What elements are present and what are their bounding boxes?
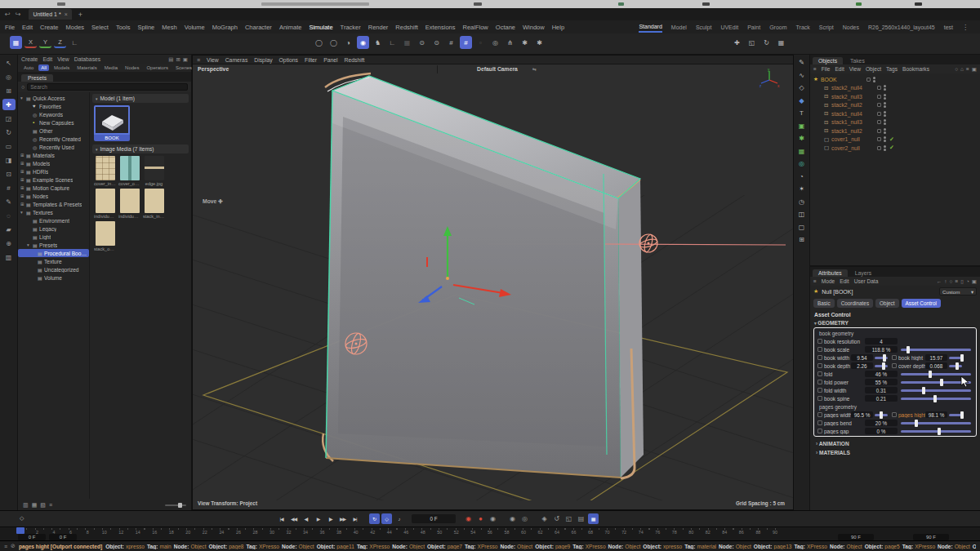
playback-button[interactable]: ◀◀ [288, 513, 299, 524]
menu-item[interactable]: Extensions [425, 24, 456, 31]
viewport[interactable]: ≡ ViewCamerasDisplayOptionsFilterPanelRe… [192, 55, 794, 510]
asset-filter-chip[interactable]: All [38, 64, 49, 71]
range-end-field[interactable]: 90 F [838, 534, 874, 540]
tool-icon[interactable]: ↻ [2, 127, 16, 138]
visibility-dots[interactable] [884, 145, 886, 151]
menu-item[interactable]: MoGraph [212, 24, 238, 31]
ruler-tick[interactable]: 34 [303, 530, 308, 535]
object-toggle[interactable] [866, 78, 871, 82]
expander-icon[interactable]: ⊞ [20, 169, 26, 174]
toolbar-icon[interactable]: ∟ [69, 36, 81, 49]
param-key-icon[interactable] [817, 396, 822, 401]
menu-item[interactable]: Render [368, 24, 389, 31]
attributes-toolbar-icon[interactable]: ≡ [956, 278, 959, 285]
tool-icon[interactable]: ↖ [2, 57, 16, 69]
layout-tab[interactable]: UVEdit [720, 23, 738, 32]
create-object-icon[interactable]: ∿ [795, 70, 808, 81]
visibility-dots[interactable] [884, 111, 886, 117]
layout-tab[interactable]: Groom [769, 23, 786, 32]
menu-item[interactable]: RealFlow [463, 24, 488, 31]
object-name[interactable]: stack1_null2 [831, 128, 874, 134]
toolbar-icon[interactable]: Z [54, 37, 66, 48]
menu-item[interactable]: Edit [22, 24, 33, 31]
toolbar-icon[interactable]: ◑ [342, 36, 354, 49]
asset-tree-item[interactable]: Recently Used [18, 143, 89, 151]
toolbar-icon[interactable]: X [24, 37, 37, 48]
param-value-field[interactable]: 46 % [865, 371, 898, 377]
asset-tree-item[interactable]: Legacy [18, 224, 89, 233]
ruler-tick[interactable]: 46 [403, 530, 408, 535]
ruler-tick[interactable]: 74 [639, 530, 644, 535]
ruler-tick[interactable]: 18 [169, 530, 174, 535]
object-name[interactable]: stack1_null3 [831, 119, 874, 125]
param-key-icon[interactable] [892, 412, 897, 417]
media-thumbnail[interactable]: cover_outsi... [118, 156, 140, 186]
asset-tree-item[interactable]: Procedural Book v1.05 [18, 249, 89, 257]
param-key-icon[interactable] [817, 380, 822, 384]
record-button[interactable]: ▦ [588, 513, 599, 524]
param-slider[interactable] [949, 414, 962, 416]
record-button[interactable]: ◉ [463, 513, 474, 524]
playback-toggle[interactable]: ↻ [369, 513, 380, 524]
param-slider[interactable] [949, 357, 962, 359]
playback-toggle[interactable]: ◇ [381, 513, 392, 524]
toolbar-icon[interactable]: ⊙ [430, 36, 443, 49]
menu-item[interactable]: Redshift [395, 24, 418, 31]
tool-icon[interactable]: ▰ [2, 224, 16, 235]
geometry-group-header[interactable]: GEOMETRY [810, 318, 980, 327]
view-detail-icon[interactable]: ▧ [40, 502, 46, 509]
attribute-mode-tab[interactable]: Object [875, 299, 898, 308]
ruler-tick[interactable]: 48 [421, 530, 425, 535]
playback-toggle[interactable]: ♪ [394, 513, 404, 524]
ruler-tick[interactable]: 44 [387, 530, 392, 535]
view-label[interactable]: Perspective [198, 66, 229, 72]
tool-icon[interactable]: ⊞ [2, 85, 16, 96]
object-tree-row[interactable]: cover2_null ✓ [810, 144, 980, 153]
create-object-icon[interactable]: ▣ [795, 121, 808, 131]
tool-icon[interactable]: ◎ [2, 71, 16, 82]
asset-tree-item[interactable]: Texture [18, 257, 89, 265]
ruler-tick[interactable]: 82 [706, 530, 710, 535]
object-toggle[interactable] [877, 86, 881, 90]
expander-icon[interactable]: ⊞ [20, 161, 26, 166]
visibility-dots[interactable] [873, 77, 875, 82]
object-toggle[interactable] [877, 137, 881, 141]
viewport-control-icon[interactable]: ↻ [760, 36, 773, 49]
media-thumbnail[interactable]: stack_outsi... [94, 221, 116, 251]
objects-toolbar-icon[interactable]: ○ [955, 66, 958, 73]
tool-icon[interactable]: ⊡ [2, 168, 16, 180]
object-toggle[interactable] [877, 112, 881, 116]
create-object-icon[interactable]: ▦ [795, 146, 808, 157]
toolbar-icon[interactable]: ◎ [489, 36, 501, 49]
asset-tree-item[interactable]: Favorites [18, 102, 89, 110]
tool-icon[interactable]: ⊕ [2, 238, 16, 249]
object-name[interactable]: stack2_null3 [831, 94, 874, 100]
create-object-icon[interactable]: ▢ [795, 222, 808, 233]
object-name[interactable]: stack2_null2 [831, 102, 874, 108]
param-slider[interactable] [901, 430, 971, 433]
enabled-check-icon[interactable]: ✓ [889, 136, 894, 143]
ruler-tick[interactable]: 30 [270, 530, 274, 535]
ruler-tick[interactable]: 56 [488, 530, 492, 535]
expander-icon[interactable]: ⊞ [20, 153, 26, 158]
object-toggle[interactable] [877, 103, 881, 107]
record-button[interactable]: ◉ [488, 513, 498, 524]
ruler-tick[interactable]: 76 [655, 530, 660, 535]
menu-item[interactable]: Spline [137, 24, 154, 31]
menu-item[interactable]: Tools [116, 24, 131, 31]
layout-tab[interactable]: Model [671, 23, 687, 32]
expander-icon[interactable]: ▾ [20, 210, 26, 215]
param-key-icon[interactable] [817, 420, 822, 425]
param-value-field[interactable]: 96.5 % [851, 411, 873, 418]
media-thumbnail[interactable]: stack_insid... [143, 189, 165, 219]
toolbar-icon[interactable]: ⋔ [504, 36, 516, 49]
viewport-menu-item[interactable]: Display [254, 57, 272, 63]
object-name[interactable]: stack2_null4 [831, 85, 874, 91]
ruler-tick[interactable]: 38 [336, 530, 341, 535]
attributes-menu-icon[interactable]: ≡ [813, 278, 817, 284]
asset-filter-chip[interactable]: Auto [21, 64, 36, 71]
param-slider[interactable] [949, 365, 962, 367]
param-key-icon[interactable] [817, 388, 822, 393]
param-value-field[interactable]: 118.8 % [865, 346, 898, 353]
collapsed-section-header[interactable]: MATERIALS [810, 447, 980, 455]
